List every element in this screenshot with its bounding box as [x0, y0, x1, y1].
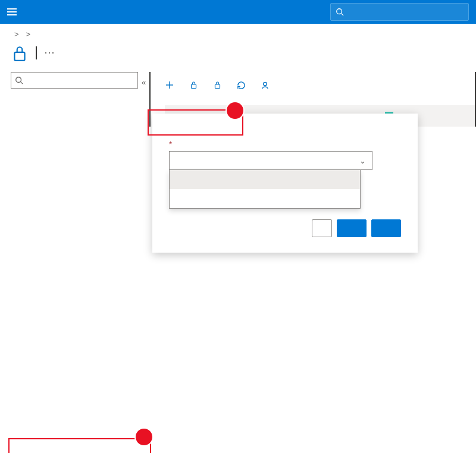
page-title: |	[35, 43, 38, 60]
collapse-sidebar-icon[interactable]: «	[142, 78, 146, 87]
refresh-button[interactable]	[236, 80, 249, 90]
search-icon	[336, 8, 344, 16]
delete-button[interactable]	[312, 219, 332, 237]
toolbar	[165, 72, 475, 98]
svg-line-1	[342, 14, 344, 16]
lock-icon	[212, 80, 222, 90]
svg-line-4	[21, 82, 23, 84]
refresh-icon	[236, 80, 246, 90]
annotation-callout-2	[136, 429, 152, 445]
option-read-only[interactable]	[170, 170, 360, 189]
annotation-callout-3	[227, 102, 243, 119]
lock-type-select[interactable]: ⌄	[169, 151, 372, 170]
svg-rect-7	[191, 84, 196, 89]
top-bar	[0, 0, 476, 24]
sidebar: «	[11, 72, 149, 127]
resource-group-button[interactable]	[189, 80, 202, 90]
annotation-box-2	[8, 438, 151, 453]
svg-rect-2	[14, 52, 24, 61]
breadcrumb: > >	[0, 24, 476, 41]
plus-icon	[165, 80, 174, 90]
feedback-button[interactable]	[260, 80, 273, 90]
lock-type-label: *	[169, 140, 401, 149]
global-search[interactable]	[330, 3, 469, 21]
svg-rect-8	[215, 84, 220, 89]
svg-point-0	[337, 9, 342, 14]
lock-icon	[11, 43, 29, 64]
global-search-input[interactable]	[344, 7, 453, 17]
subscription-button[interactable]	[212, 80, 226, 90]
edit-lock-dialog: * ⌄	[152, 114, 418, 253]
add-button[interactable]	[165, 80, 178, 90]
more-icon[interactable]: ⋯	[44, 43, 55, 59]
svg-point-3	[16, 77, 21, 83]
lock-icon	[189, 80, 198, 90]
sidebar-search-input[interactable]	[23, 76, 121, 86]
svg-point-9	[263, 82, 267, 86]
hamburger-icon[interactable]	[7, 8, 17, 15]
page-header: | ⋯	[0, 41, 476, 72]
feedback-icon	[260, 80, 270, 90]
option-delete[interactable]	[170, 189, 360, 208]
lock-type-options	[169, 170, 361, 209]
sidebar-search[interactable]	[11, 72, 138, 89]
search-icon	[15, 76, 23, 84]
cancel-button[interactable]	[371, 219, 401, 237]
ok-button[interactable]	[337, 219, 367, 237]
chevron-down-icon: ⌄	[359, 156, 366, 165]
main-content: * ⌄	[149, 72, 476, 127]
